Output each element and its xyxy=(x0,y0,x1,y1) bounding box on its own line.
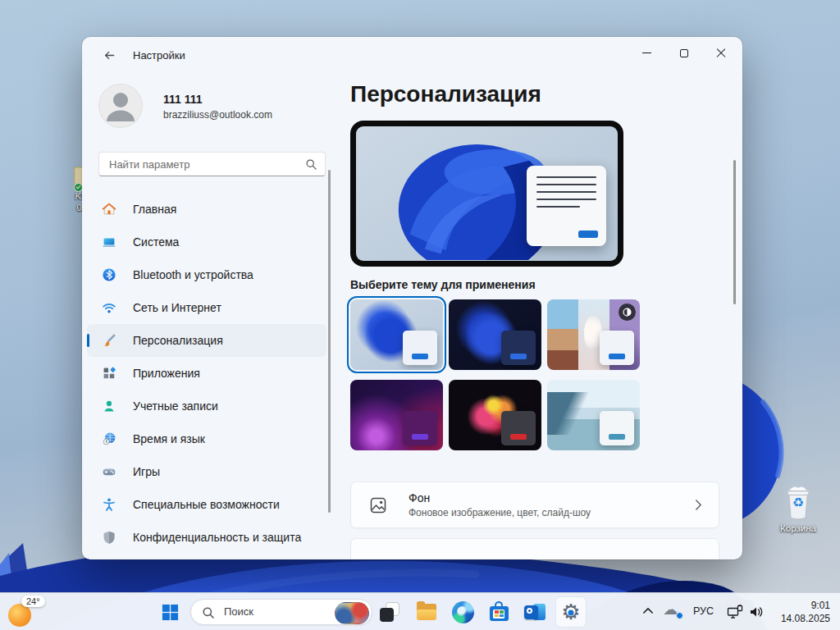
minimize-button[interactable] xyxy=(628,40,665,66)
outlook-icon xyxy=(524,601,546,623)
tray-time: 9:01 xyxy=(766,599,830,612)
outlook-button[interactable] xyxy=(519,596,550,628)
theme-grid xyxy=(350,299,646,450)
microsoft-store-button[interactable] xyxy=(483,596,514,628)
sidebar-item-time-language[interactable]: Время и язык xyxy=(87,422,326,455)
sidebar-item-home[interactable]: Главная xyxy=(87,193,326,226)
window-title: Настройки xyxy=(133,49,185,62)
desktop-icon-recycle-bin[interactable]: ♻ Корзина xyxy=(774,484,822,533)
home-icon xyxy=(102,202,116,217)
sample-text-line xyxy=(536,184,596,185)
sidebar-item-privacy[interactable]: Конфиденциальность и защита xyxy=(87,521,326,554)
user-name: 111 111 xyxy=(163,93,203,106)
sidebar-item-bluetooth[interactable]: Bluetooth и устройства xyxy=(87,258,326,291)
edge-icon xyxy=(452,601,474,623)
wifi-icon xyxy=(102,300,116,315)
settings-search xyxy=(98,152,326,176)
settings-search-input[interactable] xyxy=(99,153,325,176)
clock[interactable]: 9:01 14.08.2025 xyxy=(766,599,830,625)
tray-date: 14.08.2025 xyxy=(766,612,830,625)
gear-icon: ⚙ xyxy=(559,600,582,623)
close-button[interactable] xyxy=(702,40,739,66)
sidebar-item-label: Время и язык xyxy=(133,432,205,445)
sidebar-item-label: Bluetooth и устройства xyxy=(133,268,253,281)
maximize-icon xyxy=(680,49,688,57)
apps-icon xyxy=(102,366,116,381)
theme-preview-card xyxy=(600,411,634,445)
sample-window-card xyxy=(527,166,606,246)
person-icon xyxy=(98,84,143,128)
windows-logo-icon xyxy=(162,604,179,621)
task-view-button[interactable] xyxy=(374,596,405,628)
theme-section-label: Выберите тему для применения xyxy=(350,278,536,291)
sample-text-line xyxy=(536,176,596,178)
theme-thumbnail-dark-bloom[interactable] xyxy=(449,299,541,370)
theme-preview-card xyxy=(600,331,634,365)
theme-panel xyxy=(547,299,578,370)
weather-widget-icon[interactable] xyxy=(8,604,31,627)
recycle-bin-label: Корзина xyxy=(774,523,822,533)
sidebar-scrollbar[interactable] xyxy=(328,170,331,513)
start-button[interactable] xyxy=(154,596,185,628)
sidebar-item-personalization[interactable]: Персонализация xyxy=(87,324,326,357)
theme-accent-pill xyxy=(412,434,428,440)
next-settings-card-partial[interactable] xyxy=(350,538,719,559)
accessibility-icon xyxy=(102,497,116,512)
sample-text-line xyxy=(536,191,596,193)
theme-thumbnail-lake[interactable] xyxy=(547,380,640,450)
system-icon xyxy=(102,235,116,249)
theme-accent-pill xyxy=(510,434,527,440)
sidebar-item-accessibility[interactable]: Специальные возможности xyxy=(87,488,326,521)
edge-browser-button[interactable] xyxy=(447,596,478,628)
maximize-button[interactable] xyxy=(665,40,702,66)
background-settings-card[interactable]: Фон Фоновое изображение, цвет, слайд-шоу xyxy=(350,482,719,528)
recycle-arrows-icon: ♻ xyxy=(792,495,804,510)
theme-preview-monitor xyxy=(350,121,623,267)
sidebar-item-label: Игры xyxy=(133,465,160,478)
page-title: Персонализация xyxy=(350,81,541,107)
task-view-icon xyxy=(379,601,400,623)
theme-thumbnail-flower[interactable] xyxy=(449,380,541,450)
search-icon xyxy=(202,606,215,619)
shield-icon xyxy=(102,530,116,545)
settings-app-button[interactable]: ⚙ xyxy=(555,596,587,628)
desktop: KM 08 ♻ Корзина Настройки xyxy=(0,0,840,630)
theme-thumbnail-contrast[interactable] xyxy=(547,299,640,370)
card-subtitle: Фоновое изображение, цвет, слайд-шоу xyxy=(409,507,591,518)
volume-tray-icon[interactable] xyxy=(748,604,765,620)
sidebar-item-apps[interactable]: Приложения xyxy=(87,357,326,390)
sidebar-item-accounts[interactable]: Учетные записи xyxy=(87,390,326,422)
sidebar-item-label: Учетные записи xyxy=(133,399,218,413)
content-scrollbar[interactable] xyxy=(733,160,736,304)
file-explorer-button[interactable] xyxy=(411,596,442,628)
theme-accent-pill xyxy=(609,434,625,440)
back-button[interactable] xyxy=(97,44,121,66)
theme-preview-card xyxy=(403,411,437,445)
network-tray-icon[interactable] xyxy=(727,604,743,620)
theme-thumbnail-purple-glow[interactable] xyxy=(350,380,443,450)
bluetooth-icon xyxy=(102,267,116,282)
sidebar-item-system[interactable]: Система xyxy=(87,226,326,258)
sidebar-item-label: Сеть и Интернет xyxy=(133,301,221,314)
theme-preview-screen xyxy=(356,126,618,261)
taskbar-search[interactable]: Поиск xyxy=(190,599,372,625)
sidebar-item-label: Специальные возможности xyxy=(133,498,280,511)
theme-preview-card xyxy=(501,331,536,365)
sidebar-item-network[interactable]: Сеть и Интернет xyxy=(87,291,326,324)
sample-text-line xyxy=(536,199,596,200)
image-icon xyxy=(369,496,387,514)
language-indicator[interactable]: РУС xyxy=(693,605,714,617)
store-icon xyxy=(489,601,509,623)
sidebar-item-label: Персонализация xyxy=(133,334,223,347)
chevron-right-icon xyxy=(695,499,702,511)
theme-thumbnail-light-bloom[interactable] xyxy=(350,299,443,370)
user-email: brazziliuss@outlook.com xyxy=(163,109,272,121)
weather-temperature[interactable]: 24° xyxy=(21,596,45,607)
tray-chevron-up-icon[interactable] xyxy=(641,605,655,618)
sidebar-item-gaming[interactable]: Игры xyxy=(87,455,326,488)
theme-accent-pill xyxy=(510,354,527,359)
sidebar-item-label: Главная xyxy=(133,203,176,216)
search-highlight-image xyxy=(335,602,369,624)
onedrive-tray-icon[interactable]: ☁ xyxy=(663,600,682,620)
avatar[interactable] xyxy=(98,84,143,128)
